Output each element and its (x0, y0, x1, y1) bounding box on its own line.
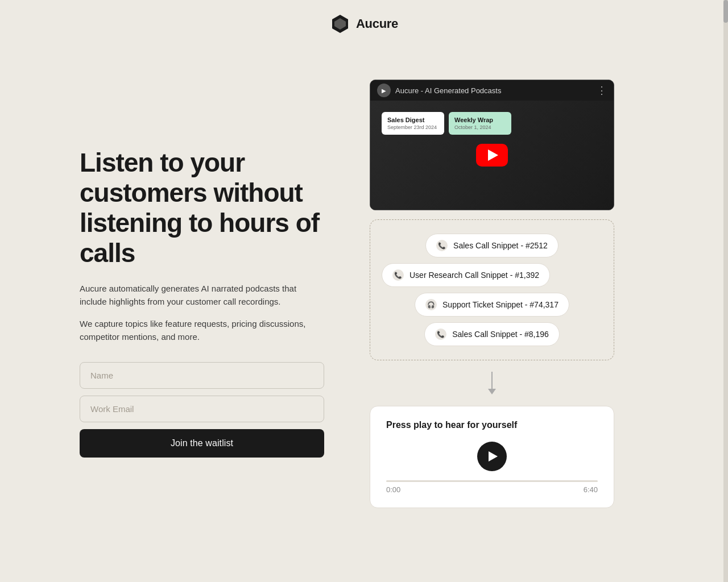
youtube-play-button[interactable] (476, 144, 508, 167)
video-cards-row: Sales Digest September 23rd 2024 Weekly … (382, 112, 511, 135)
header: Aucure (0, 0, 728, 45)
arrow-line (491, 372, 493, 389)
scrollbar[interactable] (723, 0, 728, 582)
yt-logo-area: ▶ (377, 84, 391, 97)
video-card-2: Weekly Wrap October 1, 2024 (449, 112, 511, 135)
snippet-label-3: Support Ticket Snippet - #74,317 (442, 300, 559, 309)
snippet-label-4: Sales Call Snippet - #8,196 (452, 330, 549, 339)
audio-play-triangle-icon (489, 451, 498, 462)
snippet-item-3: 🎧 Support Ticket Snippet - #74,317 (415, 293, 569, 317)
subtext-1: Aucure automatically generates AI narrat… (80, 282, 324, 309)
video-card-1-title: Sales Digest (387, 117, 439, 123)
arrow-down (488, 372, 496, 394)
logo-icon (330, 14, 350, 34)
name-input[interactable] (80, 362, 324, 389)
brand-name: Aucure (356, 16, 398, 31)
arrow-head-icon (488, 389, 496, 394)
play-triangle-icon (488, 149, 498, 161)
video-content: Sales Digest September 23rd 2024 Weekly … (370, 101, 614, 210)
headline: Listen to your customers without listeni… (80, 148, 324, 268)
signup-form: Join the waitlist (80, 362, 324, 458)
video-more-icon[interactable]: ⋮ (597, 84, 607, 97)
audio-play-button[interactable] (477, 442, 507, 471)
yt-channel-icon: ▶ (377, 84, 391, 97)
arrow-container (370, 369, 614, 397)
subtext-2: We capture topics like feature requests,… (80, 317, 324, 344)
right-column: ▶ Aucure - AI Generated Podcasts ⋮ Sales… (370, 80, 671, 508)
video-card-2-title: Weekly Wrap (454, 117, 506, 123)
time-labels: 0:00 6:40 (386, 485, 598, 494)
time-start: 0:00 (386, 485, 400, 494)
snippet-item-2: 📞 User Research Call Snippet - #1,392 (382, 263, 550, 287)
audio-controls (386, 442, 598, 471)
audio-prompt: Press play to hear for yourself (386, 420, 598, 430)
video-card-1-date: September 23rd 2024 (387, 124, 439, 130)
video-card-2-date: October 1, 2024 (454, 124, 506, 130)
video-top-bar: ▶ Aucure - AI Generated Podcasts ⋮ (370, 80, 614, 101)
video-title: Aucure - AI Generated Podcasts (395, 86, 592, 95)
audio-player-box: Press play to hear for yourself 0:00 6:4… (370, 406, 614, 508)
snippets-box: 📞 Sales Call Snippet - #2512 📞 User Rese… (370, 219, 614, 360)
audio-progress: 0:00 6:40 (386, 480, 598, 494)
snippet-label-2: User Research Call Snippet - #1,392 (410, 271, 539, 280)
video-card-1: Sales Digest September 23rd 2024 (382, 112, 444, 135)
snippet-icon-2: 📞 (392, 269, 404, 281)
email-input[interactable] (80, 396, 324, 422)
main-content: Listen to your customers without listeni… (0, 45, 728, 542)
snippet-icon-3: 🎧 (425, 299, 437, 310)
scrollbar-thumb[interactable] (723, 0, 728, 23)
progress-bar-bg (386, 480, 598, 482)
snippet-item-4: 📞 Sales Call Snippet - #8,196 (424, 322, 560, 346)
snippet-icon-1: 📞 (436, 240, 448, 251)
snippet-icon-4: 📞 (435, 329, 446, 340)
left-column: Listen to your customers without listeni… (80, 80, 324, 458)
snippet-label-1: Sales Call Snippet - #2512 (453, 241, 548, 250)
video-embed[interactable]: ▶ Aucure - AI Generated Podcasts ⋮ Sales… (370, 80, 614, 210)
waitlist-button[interactable]: Join the waitlist (80, 429, 324, 458)
yt-play-icon: ▶ (382, 88, 386, 94)
time-end: 6:40 (584, 485, 598, 494)
snippet-item-1: 📞 Sales Call Snippet - #2512 (425, 234, 559, 257)
